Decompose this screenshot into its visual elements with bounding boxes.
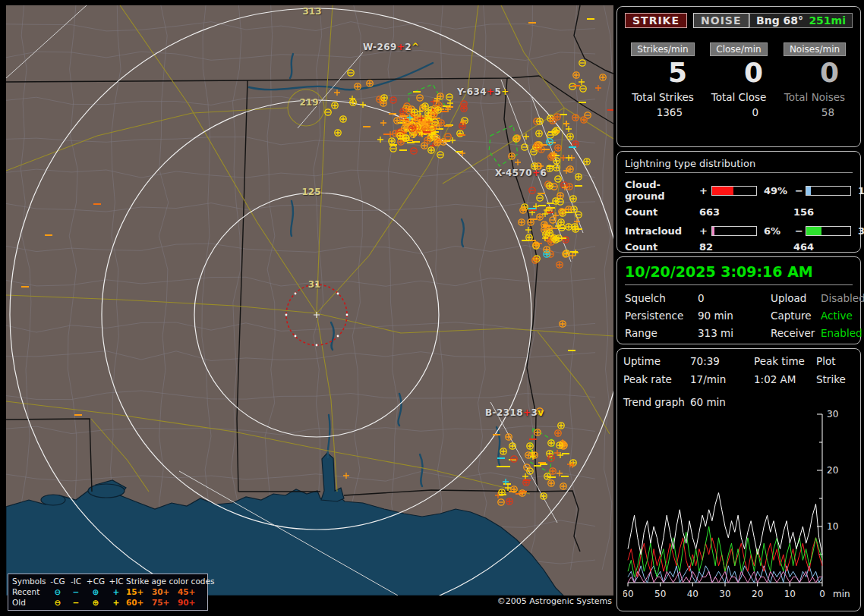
legend-symbol: + — [106, 598, 126, 607]
svg-text:40: 40 — [687, 589, 698, 599]
svg-text:20: 20 — [827, 465, 838, 476]
legend-col-pic: +IC — [106, 577, 126, 586]
neg-ic-pct: 34% — [854, 225, 864, 237]
range-value: 313 mi — [698, 327, 771, 339]
legend-age-code: 30+ — [152, 587, 178, 596]
capture-label: Capture — [771, 310, 821, 322]
peak-rate-label: Peak rate — [623, 373, 690, 385]
close-per-min-value: 0 — [701, 56, 777, 90]
svg-text:50: 50 — [654, 589, 666, 599]
neg-cg-bar — [806, 186, 851, 196]
legend-symbol: ⊖ — [49, 587, 67, 596]
strike-button[interactable]: STRIKE — [625, 13, 687, 28]
strike-stats-box: STRIKE NOISE Bng 68° 251mi Strikes/min 5… — [616, 6, 861, 147]
close-per-min-chip[interactable]: Close/min — [710, 42, 767, 56]
svg-text:30: 30 — [719, 589, 730, 599]
status-row: Range 313 mi Receiver Enabled — [625, 327, 853, 339]
persistence-label: Persistence — [625, 310, 698, 322]
cloud-ground-label: Cloud-ground — [625, 179, 699, 202]
total-close-label: Total Close — [701, 91, 777, 103]
plot-value: Strike — [816, 373, 854, 385]
minus-sign: − — [795, 225, 806, 237]
legend-symbol: − — [67, 587, 85, 596]
pos-cg-pct: 49% — [760, 185, 795, 196]
pos-ic-bar — [711, 226, 757, 236]
trend-chart: 1020306050403020100min — [623, 410, 854, 604]
receiver-label: Receiver — [771, 327, 821, 339]
legend-symbol: ⊕ — [85, 598, 106, 607]
pos-cg-bar — [711, 186, 757, 196]
plot-label: Plot — [816, 355, 854, 367]
map-canvas[interactable] — [6, 5, 613, 596]
svg-text:10: 10 — [827, 521, 838, 532]
legend-row-label: Old — [12, 598, 49, 607]
total-close-value: 0 — [701, 106, 777, 118]
distribution-box: Lightning type distribution Cloud-ground… — [616, 151, 861, 253]
neg-ic-count: 464 — [793, 241, 853, 253]
legend-col-nic: -IC — [67, 577, 85, 586]
pos-ic-pct: 6% — [760, 225, 795, 237]
noises-per-min-value: 0 — [777, 56, 853, 90]
squelch-label: Squelch — [625, 292, 698, 304]
system-status-box: 10/20/2025 3:09:16 AM Squelch 0 Upload D… — [616, 256, 861, 344]
legend-symbols-header: Symbols — [12, 577, 49, 586]
squelch-value: 0 — [698, 292, 771, 304]
uptime-label: Uptime — [623, 355, 690, 367]
range-label: Range — [625, 327, 698, 339]
trend-box: Uptime 70:39 Peak time Plot Peak rate 17… — [616, 348, 861, 611]
minus-sign: − — [795, 185, 806, 196]
persistence-value: 90 min — [698, 310, 771, 322]
legend-age-code: 45+ — [178, 587, 203, 596]
total-noises-value: 58 — [777, 106, 853, 118]
svg-text:10: 10 — [784, 589, 796, 599]
svg-text:min: min — [833, 589, 850, 599]
intracloud-count-row: Count 82 464 — [625, 241, 853, 253]
bearing-distance: 251mi — [809, 14, 846, 27]
neg-ic-bar — [806, 226, 851, 236]
svg-text:0: 0 — [819, 589, 825, 599]
strikes-column: Strikes/min 5 Total Strikes 1365 — [625, 41, 701, 118]
legend-age-code: 15+ — [126, 587, 152, 596]
peak-rate-value: 17/min — [690, 373, 754, 385]
uptime-value: 70:39 — [690, 355, 754, 367]
status-row: Squelch 0 Upload Disabled — [625, 292, 853, 304]
count-label: Count — [625, 241, 699, 253]
noise-button[interactable]: NOISE — [693, 13, 749, 28]
copyright-text: ©2005 Astrogenic Systems — [497, 596, 612, 606]
upload-label: Upload — [771, 292, 821, 304]
legend-age-header: Strike age color codes — [126, 577, 203, 586]
neg-cg-count: 156 — [793, 206, 853, 218]
cloud-ground-count-row: Count 663 156 — [625, 206, 853, 218]
legend-col-pcg: +CG — [85, 577, 106, 586]
svg-text:30: 30 — [827, 410, 838, 420]
svg-text:60: 60 — [623, 589, 634, 599]
strikes-per-min-chip[interactable]: Strikes/min — [631, 42, 694, 56]
trend-window-value: 60 min — [690, 396, 854, 408]
legend-age-code: 90+ — [178, 598, 203, 607]
capture-value: Active — [821, 310, 853, 322]
legend-age-code: 60+ — [126, 598, 152, 607]
distribution-title: Lightning type distribution — [625, 158, 853, 173]
cloud-ground-row: Cloud-ground + 49% − 11% — [625, 179, 853, 202]
legend-age-code: 75+ — [152, 598, 178, 607]
symbol-legend: Symbols -CG -IC +CG +IC Strike age color… — [8, 574, 208, 611]
total-strikes-label: Total Strikes — [625, 91, 701, 103]
noises-per-min-chip[interactable]: Noises/min — [784, 42, 846, 56]
total-noises-label: Total Noises — [777, 91, 853, 103]
count-label: Count — [625, 206, 699, 218]
pos-cg-count: 663 — [699, 206, 793, 218]
lightning-map[interactable]: 31321912531W-269+2^Y-634+5+X-4570+6B-231… — [6, 5, 613, 610]
strikes-per-min-value: 5 — [625, 56, 701, 90]
bearing-readout: Bng 68° 251mi — [749, 13, 853, 28]
intracloud-label: Intracloud — [625, 225, 699, 237]
status-panel: STRIKE NOISE Bng 68° 251mi Strikes/min 5… — [616, 6, 861, 615]
legend-col-ncg: -CG — [49, 577, 67, 586]
upload-value: Disabled — [821, 292, 864, 304]
plus-sign: + — [699, 225, 711, 237]
neg-cg-pct: 11% — [854, 185, 864, 196]
datetime-display: 10/20/2025 3:09:16 AM — [625, 263, 853, 285]
legend-symbol: ⊕ — [85, 587, 106, 596]
legend-symbol: ⊖ — [49, 598, 67, 607]
status-row: Persistence 90 min Capture Active — [625, 310, 853, 322]
pos-ic-count: 82 — [699, 241, 793, 253]
